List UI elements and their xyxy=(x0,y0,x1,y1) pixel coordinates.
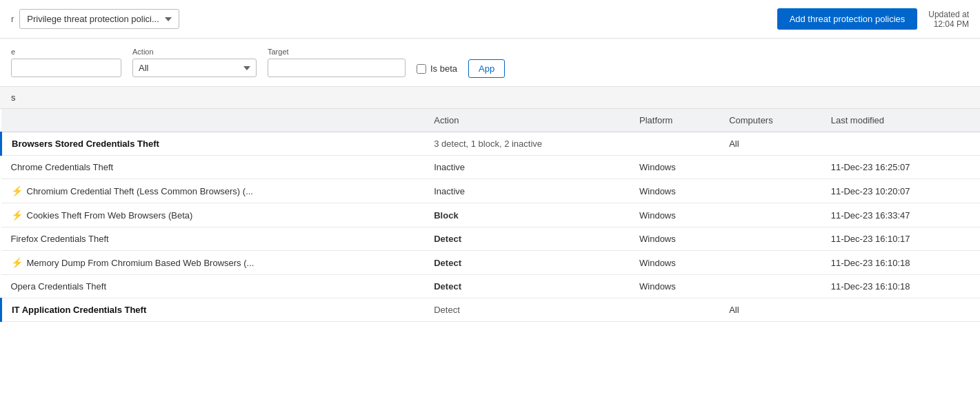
updated-timestamp: Updated at12:04 PM xyxy=(928,10,969,29)
row-action: Detect xyxy=(424,298,630,322)
is-beta-label: Is beta xyxy=(430,63,457,74)
table-body: Browsers Stored Credentials Theft 3 dete… xyxy=(1,132,981,322)
table-row[interactable]: ⚡Memory Dump From Chromium Based Web Bro… xyxy=(1,251,981,275)
row-platform: Windows xyxy=(630,275,719,298)
policy-dropdown[interactable]: Privilege threat protection polici... xyxy=(19,9,179,29)
row-last-modified: 11-Dec-23 10:20:07 xyxy=(821,179,980,203)
col-name xyxy=(1,109,425,132)
action-filter-label: Action xyxy=(132,48,257,56)
row-computers: All xyxy=(719,298,821,322)
row-last-modified: 11-Dec-23 16:33:47 xyxy=(821,203,980,227)
row-name: Chrome Credentials Theft xyxy=(1,156,425,179)
col-computers: Computers xyxy=(719,109,821,132)
name-filter-label: e xyxy=(11,48,121,56)
row-platform: Windows xyxy=(630,179,719,203)
row-computers xyxy=(719,203,821,227)
top-bar-right: Add threat protection policies Updated a… xyxy=(777,8,969,30)
row-action: Detect xyxy=(424,275,630,298)
row-platform: Windows xyxy=(630,156,719,179)
target-filter-input[interactable] xyxy=(268,59,406,77)
row-action: 3 detect, 1 block, 2 inactive xyxy=(424,132,630,156)
col-platform: Platform xyxy=(630,109,719,132)
table-row[interactable]: Opera Credentials Theft Detect Windows 1… xyxy=(1,275,981,298)
row-platform xyxy=(630,298,719,322)
breadcrumb-prefix: r xyxy=(11,14,14,24)
row-platform: Windows xyxy=(630,227,719,251)
table-row[interactable]: ⚡Cookies Theft From Web Browsers (Beta) … xyxy=(1,203,981,227)
row-last-modified: 11-Dec-23 16:10:17 xyxy=(821,227,980,251)
row-name: ⚡Chromium Credential Theft (Less Common … xyxy=(1,179,425,203)
target-filter-label: Target xyxy=(268,48,406,56)
table-row[interactable]: Chrome Credentials Theft Inactive Window… xyxy=(1,156,981,179)
row-computers xyxy=(719,179,821,203)
table-row[interactable]: ⚡Chromium Credential Theft (Less Common … xyxy=(1,179,981,203)
filter-bar: e Action All Detect Block Inactive Targe… xyxy=(0,39,980,87)
row-name: ⚡Cookies Theft From Web Browsers (Beta) xyxy=(1,203,425,227)
row-action: Detect xyxy=(424,251,630,275)
row-name: ⚡Memory Dump From Chromium Based Web Bro… xyxy=(1,251,425,275)
table-header: Action Platform Computers Last modified xyxy=(1,109,981,132)
is-beta-group: Is beta xyxy=(417,63,457,74)
row-name: Browsers Stored Credentials Theft xyxy=(1,132,425,156)
row-action: Block xyxy=(424,203,630,227)
table-container: Action Platform Computers Last modified … xyxy=(0,109,980,322)
action-filter-select[interactable]: All Detect Block Inactive xyxy=(132,59,257,77)
row-name: Firefox Credentials Theft xyxy=(1,227,425,251)
row-action: Inactive xyxy=(424,156,630,179)
action-filter-group: Action All Detect Block Inactive xyxy=(132,48,257,77)
apply-button[interactable]: App xyxy=(468,59,505,78)
row-name: Opera Credentials Theft xyxy=(1,275,425,298)
row-computers xyxy=(719,156,821,179)
name-filter-input[interactable] xyxy=(11,59,121,77)
row-action: Detect xyxy=(424,227,630,251)
row-platform: Windows xyxy=(630,251,719,275)
table-row[interactable]: Browsers Stored Credentials Theft 3 dete… xyxy=(1,132,981,156)
policies-table: Action Platform Computers Last modified … xyxy=(0,109,980,322)
row-last-modified xyxy=(821,298,980,322)
beta-icon: ⚡ xyxy=(11,210,23,221)
name-filter-group: e xyxy=(11,48,121,77)
row-last-modified: 11-Dec-23 16:10:18 xyxy=(821,275,980,298)
row-platform: Windows xyxy=(630,203,719,227)
section-header: s xyxy=(0,87,980,109)
col-action: Action xyxy=(424,109,630,132)
row-last-modified xyxy=(821,132,980,156)
beta-icon: ⚡ xyxy=(11,185,23,196)
row-name: IT Application Credentials Theft xyxy=(1,298,425,322)
target-filter-group: Target xyxy=(268,48,406,77)
section-title: s xyxy=(11,92,16,103)
top-bar: r Privilege threat protection polici... … xyxy=(0,0,980,39)
table-row[interactable]: IT Application Credentials Theft Detect … xyxy=(1,298,981,322)
row-computers xyxy=(719,275,821,298)
col-last-modified: Last modified xyxy=(821,109,980,132)
row-action: Inactive xyxy=(424,179,630,203)
add-policy-button[interactable]: Add threat protection policies xyxy=(777,8,918,30)
table-row[interactable]: Firefox Credentials Theft Detect Windows… xyxy=(1,227,981,251)
top-bar-left: r Privilege threat protection polici... xyxy=(11,9,179,29)
beta-icon: ⚡ xyxy=(11,257,23,268)
row-last-modified: 11-Dec-23 16:10:18 xyxy=(821,251,980,275)
row-computers xyxy=(719,251,821,275)
row-computers: All xyxy=(719,132,821,156)
is-beta-checkbox[interactable] xyxy=(417,64,426,74)
row-computers xyxy=(719,227,821,251)
row-platform xyxy=(630,132,719,156)
row-last-modified: 11-Dec-23 16:25:07 xyxy=(821,156,980,179)
